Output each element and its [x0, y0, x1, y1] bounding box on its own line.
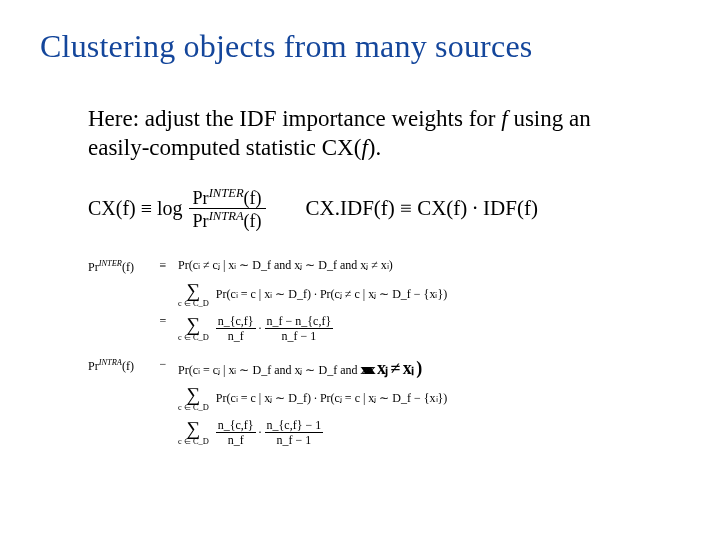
intra-frac-1: n_{c,f} n_f [216, 419, 256, 446]
cxidf-definition: CX.IDF(f) ≡ CX(f) · IDF(f) [306, 196, 538, 221]
slide: Clustering objects from many sources Her… [0, 0, 720, 540]
dot-2: · [259, 424, 262, 438]
inter-rhs-3: ∑ c ∈ C_D n_{c,f} n_f · n_f − n_{c,f} n_… [178, 315, 680, 343]
intro-text: Here: adjust the IDF importance weights … [88, 105, 640, 163]
intra-f1d: n_f [226, 434, 246, 446]
intra-f2d: n_f − 1 [275, 434, 314, 446]
inter-sup-1: INTER [209, 186, 244, 200]
f-arg-3: (f) [122, 260, 134, 274]
pr-text-2: Pr [193, 211, 209, 231]
intra-line-3: ∑ c ∈ C_D n_{c,f} n_f · n_{c,f} − 1 n_f … [88, 419, 680, 447]
intro-part1: Here: adjust the IDF importance weights … [88, 106, 501, 131]
sigma-sub-2: c ∈ C_D [178, 334, 209, 342]
pr-text-3: Pr [88, 260, 99, 274]
scribble-annotation: xxxxxx [360, 361, 369, 377]
inter-rhs-2: ∑ c ∈ C_D Pr(cᵢ = c | xᵢ ∼ D_f) · Pr(cⱼ … [178, 281, 680, 309]
pr-text-1: Pr [193, 188, 209, 208]
f-arg-4: (f) [122, 359, 134, 373]
cx-fraction: PrINTER(f) PrINTRA(f) [189, 187, 266, 232]
inter-rhs-1: Pr(cᵢ ≠ cⱼ | xᵢ ∼ D_f and xⱼ ∼ D_f and x… [178, 259, 680, 273]
formula-block: CX(f) ≡ log PrINTER(f) PrINTRA(f) CX.IDF… [88, 187, 680, 447]
minus-1: − [156, 358, 170, 372]
cx-frac-num: PrINTER(f) [189, 187, 266, 208]
intro-part3: ). [368, 135, 381, 160]
sigma-1: ∑ c ∈ C_D [178, 281, 209, 309]
inter-r2-body: Pr(cᵢ = c | xᵢ ∼ D_f) · Pr(cⱼ ≠ c | xⱼ ∼… [216, 287, 447, 301]
derivation-block: PrINTER(f) ≡ Pr(cᵢ ≠ cⱼ | xᵢ ∼ D_f and x… [88, 259, 680, 446]
inter-line-1: PrINTER(f) ≡ Pr(cᵢ ≠ cⱼ | xᵢ ∼ D_f and x… [88, 259, 680, 275]
f-arg-2: (f) [244, 211, 262, 231]
intra-line-2: ∑ c ∈ C_D Pr(cᵢ = c | xⱼ ∼ D_f) · Pr(cⱼ … [88, 385, 680, 413]
intra-line-1: PrINTRA(f) − Pr(cᵢ = cⱼ | xᵢ ∼ D_f and x… [88, 358, 680, 379]
dot-1: · [259, 320, 262, 334]
cx-frac-den: PrINTRA(f) [189, 210, 266, 231]
intra-rhs-2: ∑ c ∈ C_D Pr(cᵢ = c | xⱼ ∼ D_f) · Pr(cⱼ … [178, 385, 680, 413]
f-arg-1: (f) [244, 188, 262, 208]
equiv-1: ≡ [156, 259, 170, 273]
intra-rhs-3: ∑ c ∈ C_D n_{c,f} n_f · n_{c,f} − 1 n_f … [178, 419, 680, 447]
inter-f1n: n_{c,f} [216, 315, 256, 327]
intra-rhs-1: Pr(cᵢ = cⱼ | xᵢ ∼ D_f and xⱼ ∼ D_f and x… [178, 358, 680, 379]
inter-line-2: ∑ c ∈ C_D Pr(cᵢ = c | xᵢ ∼ D_f) · Pr(cⱼ … [88, 281, 680, 309]
definition-row: CX(f) ≡ log PrINTER(f) PrINTRA(f) CX.IDF… [88, 187, 680, 232]
inter-f1d: n_f [226, 330, 246, 342]
sigma-sub-4: c ∈ C_D [178, 438, 209, 446]
inter-sup-2: INTER [99, 259, 122, 268]
intra-frac-2: n_{c,f} − 1 n_f − 1 [265, 419, 324, 446]
cx-lhs: CX(f) ≡ log [88, 197, 183, 220]
slide-title: Clustering objects from many sources [40, 28, 680, 65]
sigma-3: ∑ c ∈ C_D [178, 385, 209, 413]
sigma-sym-3: ∑ [187, 385, 201, 404]
intra-r2-body: Pr(cᵢ = c | xⱼ ∼ D_f) · Pr(cⱼ = c | xⱼ ∼… [216, 391, 448, 405]
inter-frac-2: n_f − n_{c,f} n_f − 1 [265, 315, 334, 342]
sigma-2: ∑ c ∈ C_D [178, 315, 209, 343]
sigma-sub-1: c ∈ C_D [178, 300, 209, 308]
hand-annotation: xⱼ ≠ xᵢ ) [373, 358, 421, 378]
inter-lhs: PrINTER(f) [88, 259, 148, 275]
intra-sup-2: INTRA [99, 358, 122, 367]
inter-frac-1: n_{c,f} n_f [216, 315, 256, 342]
sigma-sub-3: c ∈ C_D [178, 404, 209, 412]
pr-text-4: Pr [88, 359, 99, 373]
intra-f2n: n_{c,f} − 1 [265, 419, 324, 431]
eq-1: = [156, 315, 170, 329]
sigma-sym-1: ∑ [187, 281, 201, 300]
inter-f2n: n_f − n_{c,f} [265, 315, 334, 327]
inter-f2d: n_f − 1 [280, 330, 319, 342]
intra-r1-body: Pr(cᵢ = cⱼ | xᵢ ∼ D_f and xⱼ ∼ D_f and [178, 363, 360, 377]
intra-lhs: PrINTRA(f) [88, 358, 148, 374]
intra-sup-1: INTRA [209, 209, 244, 223]
inter-line-3: = ∑ c ∈ C_D n_{c,f} n_f · n_f − n_{c,f} [88, 315, 680, 343]
sigma-4: ∑ c ∈ C_D [178, 419, 209, 447]
sigma-sym-2: ∑ [187, 315, 201, 334]
spacer [88, 348, 680, 358]
sigma-sym-4: ∑ [187, 419, 201, 438]
cx-definition: CX(f) ≡ log PrINTER(f) PrINTRA(f) [88, 187, 266, 232]
intra-f1n: n_{c,f} [216, 419, 256, 431]
